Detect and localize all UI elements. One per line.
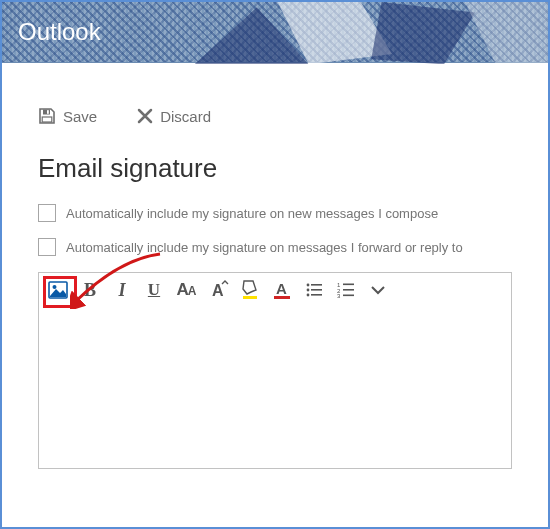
action-bar: Save Discard: [38, 107, 512, 125]
insert-image-button[interactable]: [47, 279, 69, 301]
more-formatting-button[interactable]: [367, 279, 389, 301]
svg-point-13: [307, 284, 310, 287]
option-auto-new: Automatically include my signature on ne…: [38, 204, 512, 222]
svg-point-15: [307, 289, 310, 292]
checkbox-auto-reply[interactable]: [38, 238, 56, 256]
numbered-list-icon: 1 2 3: [337, 281, 355, 299]
image-icon: [48, 281, 68, 299]
svg-marker-3: [465, 2, 548, 64]
editor-toolbar: B I U AA A: [39, 273, 511, 307]
svg-rect-18: [311, 294, 322, 296]
window: Outlook Save: [0, 0, 550, 529]
italic-icon: I: [118, 280, 125, 301]
bold-icon: B: [84, 280, 96, 301]
svg-rect-14: [311, 284, 322, 286]
discard-button[interactable]: Discard: [137, 108, 211, 125]
highlight-button[interactable]: [239, 279, 261, 301]
svg-point-17: [307, 294, 310, 297]
svg-rect-22: [343, 289, 354, 291]
bulleted-list-button[interactable]: [303, 279, 325, 301]
chevron-down-icon: [370, 282, 386, 298]
svg-rect-24: [343, 295, 354, 297]
underline-button[interactable]: U: [143, 279, 165, 301]
font-size-icon: AA: [177, 280, 196, 300]
numbered-list-button[interactable]: 1 2 3: [335, 279, 357, 301]
underline-icon: U: [148, 280, 160, 300]
highlight-icon: [241, 280, 259, 300]
font-color-button[interactable]: A: [271, 279, 293, 301]
svg-text:A: A: [212, 282, 224, 299]
discard-label: Discard: [160, 108, 211, 125]
font-color-icon: A: [273, 280, 291, 300]
bulleted-list-icon: [305, 281, 323, 299]
svg-rect-20: [343, 284, 354, 286]
signature-editor: B I U AA A: [38, 272, 512, 469]
page-title: Email signature: [38, 153, 512, 184]
option-auto-reply: Automatically include my signature on me…: [38, 238, 512, 256]
svg-rect-4: [43, 110, 50, 115]
svg-rect-5: [47, 110, 49, 114]
bold-button[interactable]: B: [79, 279, 101, 301]
signature-textarea[interactable]: [39, 307, 511, 468]
app-title: Outlook: [18, 18, 101, 46]
label-auto-new: Automatically include my signature on ne…: [66, 206, 438, 221]
svg-marker-1: [278, 2, 392, 64]
svg-text:3: 3: [337, 293, 341, 299]
save-icon: [38, 107, 56, 125]
svg-rect-10: [243, 296, 257, 299]
app-header: Outlook: [2, 2, 548, 63]
checkbox-auto-new[interactable]: [38, 204, 56, 222]
save-label: Save: [63, 108, 97, 125]
svg-point-8: [53, 285, 57, 289]
svg-rect-12: [274, 296, 290, 299]
svg-rect-6: [42, 117, 52, 122]
font-size-button[interactable]: AA: [175, 279, 197, 301]
svg-marker-2: [371, 2, 475, 64]
svg-marker-0: [194, 7, 308, 64]
grow-font-button[interactable]: A: [207, 279, 229, 301]
italic-button[interactable]: I: [111, 279, 133, 301]
close-icon: [137, 108, 153, 124]
grow-font-icon: A: [208, 280, 228, 300]
content-area: Save Discard Email signature Automatical…: [2, 63, 548, 489]
svg-rect-16: [311, 289, 322, 291]
svg-text:A: A: [276, 280, 287, 297]
label-auto-reply: Automatically include my signature on me…: [66, 240, 463, 255]
save-button[interactable]: Save: [38, 107, 97, 125]
